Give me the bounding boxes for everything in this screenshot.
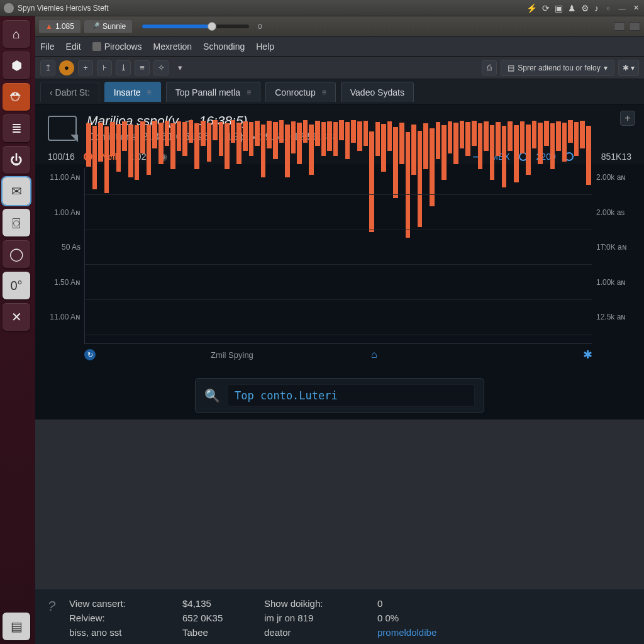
bar (580, 121, 585, 148)
gear-icon[interactable]: ⚙ (581, 3, 589, 13)
tab-close-icon[interactable]: ≡ (247, 88, 251, 97)
bar (526, 125, 531, 175)
status-link[interactable]: promeldoldibe (377, 627, 453, 638)
bar (255, 121, 260, 146)
tab-label: Top Panall metla (175, 87, 241, 97)
os-title-bar: Spyn Viemles Hercivs Steft ⚡ ⟳ ▣ ♟ ⚙ ♪ ▫… (0, 0, 644, 16)
chart-plot-area[interactable] (84, 168, 592, 344)
bar (568, 120, 573, 143)
volume-icon[interactable]: ♪ (594, 3, 599, 13)
status-cell: $4,135 (182, 598, 252, 609)
menu-label: Schonding (203, 42, 245, 52)
y-axis-left: 11.00 Aɴ1.00 Aɴ50 As1.50 Aɴ11.00 Aɴ (48, 168, 84, 344)
page-tab[interactable]: Conroctup≡ (265, 82, 336, 102)
search-box: 🔍 (195, 378, 484, 413)
browser-tab-2[interactable]: 🎤 Sunnie (84, 20, 132, 33)
tools-icon[interactable]: ✕ (3, 303, 30, 331)
bar (140, 121, 145, 153)
sparkle-icon[interactable]: ✧ (153, 60, 169, 75)
window-restore-icon[interactable]: ▫ (604, 4, 613, 13)
folder-icon[interactable]: ⬢ (3, 52, 30, 79)
progress-slider[interactable] (142, 25, 249, 28)
screen-icon[interactable]: ▣ (555, 3, 563, 13)
disk-icon[interactable]: ≣ (3, 114, 30, 142)
bar (165, 121, 170, 146)
chevron-down-icon[interactable]: ▾ (172, 60, 187, 75)
menu-mexretion[interactable]: Mexretion (153, 42, 192, 52)
page-tab[interactable]: Vadeo Sydats (341, 82, 414, 102)
page-tab[interactable]: Insarte≡ (104, 82, 161, 102)
tab-label: Conroctup (275, 87, 316, 97)
toolbar: ↥ ● + ⊦ ⤓ ≡ ✧ ▾ ⎙ ▤ Sprer adiend tou or … (35, 57, 644, 79)
sync-icon[interactable]: ⟳ (542, 3, 550, 13)
menu-edit[interactable]: Edit (66, 42, 81, 52)
window-close-icon[interactable]: ✕ (631, 4, 640, 13)
zero-icon[interactable]: 0° (3, 272, 30, 299)
record-icon[interactable]: ● (59, 60, 74, 75)
status-cell: Relview: (69, 613, 170, 623)
window-minimize-icon[interactable]: — (618, 4, 626, 13)
tab-close-icon[interactable]: ≡ (147, 88, 152, 97)
search-input[interactable] (228, 384, 475, 407)
camera-button[interactable]: ⎙ (482, 60, 497, 75)
user-icon[interactable]: ♟ (568, 3, 576, 13)
page-tabs: ‹ Dabrt St:Insarte≡Top Panall metla≡Conr… (35, 79, 644, 104)
menu-schonding[interactable]: Schonding (203, 42, 245, 52)
ytick: 1.00 Aɴ (48, 208, 80, 217)
power-icon[interactable]: ⏻ (3, 146, 30, 174)
camera-icon[interactable]: ⌼ (3, 209, 30, 236)
bar (381, 124, 386, 172)
mode-dropdown[interactable]: ▤ Sprer adiend tou or feloy ▾ (501, 60, 614, 76)
status-cell: Show doikigh: (264, 598, 365, 609)
bar (273, 122, 278, 158)
bar (538, 123, 543, 164)
menu-file[interactable]: File (40, 42, 55, 52)
bolt-icon[interactable]: ⚡ (526, 3, 537, 13)
unity-launcher: ⌂⬢⛑≣⏻✉⌼◯0°✕▤ (0, 16, 35, 644)
app-max-icon[interactable] (629, 22, 640, 31)
ytick: 2.00k as (596, 208, 631, 217)
doc-icon[interactable]: ▤ (3, 613, 30, 640)
xaxis-end-icon[interactable]: ✱ (583, 348, 592, 362)
bar (357, 121, 362, 151)
bar (182, 122, 187, 157)
settings-button[interactable]: ✱ ▾ (618, 60, 639, 76)
download-icon[interactable]: ⤓ (116, 60, 131, 75)
status-cell: deator (264, 627, 365, 638)
help-icon[interactable]: ? (48, 598, 63, 613)
chevron-down-icon: ▾ (604, 64, 608, 72)
menu-piroclows[interactable]: Piroclows (92, 42, 142, 52)
bar (194, 123, 199, 169)
tab-close-icon[interactable]: ≡ (322, 88, 326, 97)
add-panel-button[interactable]: + (620, 111, 635, 126)
bar (327, 121, 332, 151)
help-icon[interactable]: ⛑ (3, 83, 30, 111)
bar (291, 121, 296, 153)
bar (147, 125, 152, 175)
right-extra: 851K13 (601, 152, 631, 162)
dropdown-label: Sprer adiend tou or feloy (518, 64, 600, 72)
xaxis-mid-icon[interactable]: ⌂ (369, 349, 380, 360)
bar (411, 125, 416, 175)
bar (339, 120, 344, 141)
page-tab[interactable]: ‹ Dabrt St: (40, 82, 99, 102)
chat-icon[interactable]: ✉ (3, 177, 30, 205)
app-min-icon[interactable] (614, 22, 625, 31)
circle-icon[interactable]: ◯ (3, 240, 30, 268)
bar (351, 120, 356, 143)
tab-label: Insarte (114, 87, 141, 97)
menu-help[interactable]: Help (256, 42, 274, 52)
bar (236, 123, 242, 164)
bar (158, 123, 164, 164)
home-icon[interactable]: ⌂ (3, 20, 30, 48)
step-back-icon[interactable]: ⊦ (97, 60, 112, 75)
xaxis-start-icon[interactable]: ↻ (84, 349, 96, 360)
browser-tab-1[interactable]: ▲ 1.085 (39, 20, 80, 33)
bar (574, 122, 579, 157)
status-cell: 0 (377, 598, 453, 609)
upload-icon[interactable]: ↥ (40, 60, 55, 75)
slider-knob[interactable] (208, 22, 216, 31)
add-icon[interactable]: + (78, 60, 93, 75)
page-tab[interactable]: Top Panall metla≡ (166, 82, 261, 102)
list-icon[interactable]: ≡ (135, 60, 150, 75)
